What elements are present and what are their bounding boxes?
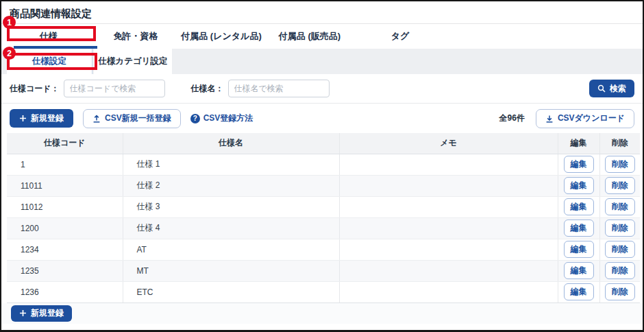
- search-button[interactable]: 検索: [589, 80, 634, 97]
- cell-memo: [339, 175, 558, 196]
- table-header-row: 仕様コード 仕様名 メモ 編集 削除: [7, 133, 640, 154]
- cell-spec-name: ETC: [123, 281, 339, 303]
- cell-spec-code: 1200: [7, 217, 123, 239]
- sub-tab-bar: 仕様設定 仕様カテゴリ設定: [1, 49, 643, 74]
- tab-tag[interactable]: タグ: [352, 30, 448, 43]
- header-memo: メモ: [339, 133, 558, 154]
- cell-spec-name: 仕様 4: [123, 217, 339, 239]
- table-row: 11012 仕様 3 編集 削除: [7, 196, 640, 217]
- table-row: 1234 AT 編集 削除: [7, 239, 640, 260]
- search-panel: 仕様コード： 仕様名： 検索: [1, 74, 643, 104]
- delete-button[interactable]: 削除: [605, 241, 635, 258]
- delete-button[interactable]: 削除: [605, 220, 635, 237]
- edit-button[interactable]: 編集: [564, 220, 594, 237]
- question-icon: ?: [190, 114, 200, 123]
- edit-button[interactable]: 編集: [564, 262, 594, 279]
- delete-button[interactable]: 削除: [605, 198, 635, 215]
- subtab-spec-settings[interactable]: 仕様設定: [7, 49, 92, 74]
- csv-bulk-register-button[interactable]: CSV新規一括登録: [83, 109, 181, 128]
- table-row: 1235 MT 編集 削除: [7, 260, 640, 281]
- edit-button[interactable]: 編集: [564, 241, 594, 258]
- header-spec-code: 仕様コード: [7, 133, 123, 154]
- cell-spec-name: 仕様 2: [123, 175, 339, 196]
- header-delete: 削除: [599, 133, 640, 154]
- cell-memo: [339, 154, 558, 175]
- active-tab-indicator: [14, 46, 97, 49]
- spec-code-label: 仕様コード：: [10, 83, 60, 95]
- edit-button[interactable]: 編集: [564, 177, 594, 194]
- new-register-button[interactable]: 新規登録: [10, 109, 73, 128]
- tab-license[interactable]: 免許・資格: [96, 30, 175, 43]
- cell-memo: [339, 196, 558, 217]
- tab-accessory-rental[interactable]: 付属品 (レンタル品): [175, 30, 267, 43]
- cell-memo: [339, 260, 558, 281]
- cell-spec-code: 11012: [7, 196, 123, 217]
- header-edit: 編集: [558, 133, 599, 154]
- spec-table: 仕様コード 仕様名 メモ 編集 削除 1 仕様 1 編集 削除 11011 仕様…: [7, 133, 640, 303]
- page-title: 商品関連情報設定: [10, 8, 92, 19]
- cell-spec-code: 1234: [7, 239, 123, 260]
- app-window: 商品関連情報設定 仕様 免許・資格 付属品 (レンタル品) 付属品 (販売品) …: [0, 0, 644, 332]
- cell-spec-code: 1: [7, 154, 123, 175]
- total-count: 全96件: [499, 112, 525, 124]
- csv-help-link[interactable]: ? CSV登録方法: [190, 112, 253, 124]
- table-row: 1200 仕様 4 編集 削除: [7, 217, 640, 239]
- table-footer: 新規登録: [1, 303, 643, 324]
- cell-spec-name: AT: [123, 239, 339, 260]
- cell-spec-code: 11011: [7, 175, 123, 196]
- cell-memo: [339, 217, 558, 239]
- cell-memo: [339, 239, 558, 260]
- table-row: 1 仕様 1 編集 削除: [7, 154, 640, 175]
- delete-button[interactable]: 削除: [605, 177, 635, 194]
- spec-name-input[interactable]: [228, 80, 330, 97]
- edit-button[interactable]: 編集: [564, 198, 594, 215]
- cell-spec-name: 仕様 1: [123, 154, 339, 175]
- title-bar: 商品関連情報設定: [1, 1, 643, 23]
- cell-spec-code: 1236: [7, 281, 123, 303]
- table-toolbar: 新規登録 CSV新規一括登録 ? CSV登録方法 全96件 CSVダウンロード: [1, 104, 643, 133]
- delete-button[interactable]: 削除: [605, 156, 635, 173]
- delete-button[interactable]: 削除: [605, 283, 635, 300]
- header-spec-name: 仕様名: [123, 133, 339, 154]
- csv-download-button[interactable]: CSVダウンロード: [536, 109, 634, 128]
- spec-name-label: 仕様名：: [191, 83, 224, 95]
- main-tab-bar: 仕様 免許・資格 付属品 (レンタル品) 付属品 (販売品) タグ: [1, 23, 643, 49]
- plus-icon: [19, 309, 27, 317]
- cell-spec-code: 1235: [7, 260, 123, 281]
- search-icon: [597, 84, 606, 93]
- plus-icon: [19, 115, 27, 122]
- delete-button[interactable]: 削除: [605, 262, 635, 279]
- tab-spec[interactable]: 仕様: [1, 30, 96, 43]
- table-row: 11011 仕様 2 編集 削除: [7, 175, 640, 196]
- tab-accessory-sale[interactable]: 付属品 (販売品): [267, 30, 352, 43]
- cell-spec-name: MT: [123, 260, 339, 281]
- edit-button[interactable]: 編集: [564, 156, 594, 173]
- subtab-spec-category-settings[interactable]: 仕様カテゴリ設定: [94, 49, 172, 74]
- table-row: 1236 ETC 編集 削除: [7, 281, 640, 303]
- upload-icon: [92, 115, 101, 123]
- footer-new-register-button[interactable]: 新規登録: [11, 305, 72, 322]
- edit-button[interactable]: 編集: [564, 283, 594, 300]
- cell-spec-name: 仕様 3: [123, 196, 339, 217]
- cell-memo: [339, 281, 558, 303]
- spec-code-input[interactable]: [64, 80, 165, 97]
- download-icon: [545, 115, 554, 123]
